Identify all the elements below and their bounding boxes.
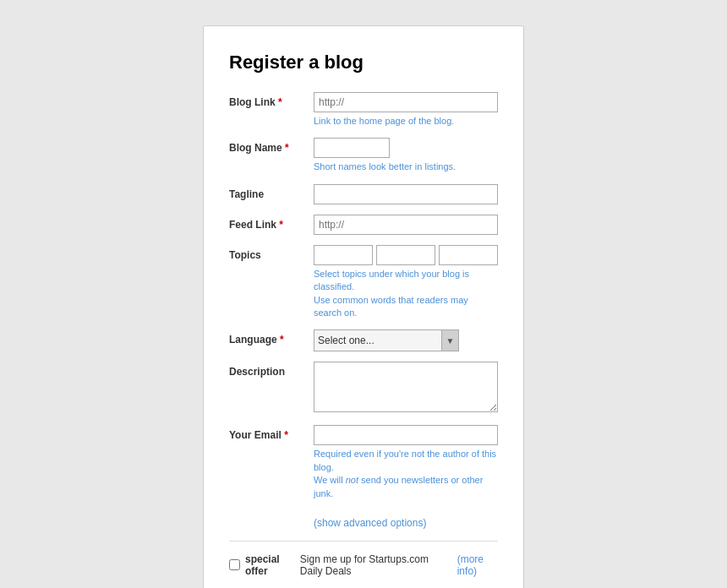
required-star: * [280,334,284,346]
page-title: Register a blog [229,52,498,74]
topics-hint: Select topics under which your blog is c… [314,268,498,320]
feed-link-input[interactable] [314,215,498,235]
special-offer-label: special offer [245,553,295,577]
blog-name-label: Blog Name * [229,138,314,154]
blog-link-hint: Link to the home page of the blog. [314,115,498,128]
advanced-options-link[interactable]: (show advanced options) [314,517,498,529]
blog-link-row: Blog Link * Link to the home page of the… [229,92,498,128]
feed-link-row: Feed Link * [229,215,498,235]
language-wrap: Select one... English Spanish French Ger… [314,329,498,351]
email-hint: Required even if you're not the author o… [314,448,498,500]
topics-wrap: Select topics under which your blog is c… [314,245,498,320]
topic-input-3[interactable] [439,245,498,265]
blog-name-row: Blog Name * Short names look better in l… [229,138,498,173]
special-offer-row: special offer Sign me up for Startups.co… [229,553,498,577]
blog-name-input[interactable] [314,138,390,158]
required-star: * [285,142,289,154]
language-select-wrapper: Select one... English Spanish French Ger… [314,329,459,351]
required-star: * [284,429,288,441]
advanced-row: (show advanced options) [229,510,498,529]
tagline-input[interactable] [314,184,498,204]
blog-link-input[interactable] [314,92,498,112]
special-offer-checkbox[interactable] [229,559,240,570]
register-form-card: Register a blog Blog Link * Link to the … [203,25,524,588]
email-row: Your Email * Required even if you're not… [229,425,498,500]
description-textarea[interactable] [314,362,498,412]
tagline-wrap [314,184,498,204]
divider [229,541,498,542]
email-label: Your Email * [229,425,314,441]
description-row: Description [229,362,498,415]
required-star: * [279,219,283,231]
topic-input-2[interactable] [376,245,435,265]
tagline-row: Tagline [229,184,498,204]
language-row: Language * Select one... English Spanish… [229,329,498,351]
email-input[interactable] [314,425,498,445]
topics-label: Topics [229,245,314,261]
feed-link-wrap [314,215,498,235]
feed-link-label: Feed Link * [229,215,314,231]
topics-inputs [314,245,498,265]
tagline-label: Tagline [229,184,314,200]
email-wrap: Required even if you're not the author o… [314,425,498,500]
blog-link-wrap: Link to the home page of the blog. [314,92,498,128]
topics-row: Topics Select topics under which your bl… [229,245,498,320]
topic-input-1[interactable] [314,245,373,265]
blog-name-wrap: Short names look better in listings. [314,138,498,173]
blog-link-label: Blog Link * [229,92,314,108]
description-label: Description [229,362,314,378]
more-info-link[interactable]: (more info) [457,553,498,577]
description-wrap [314,362,498,415]
required-star: * [278,96,282,108]
language-label: Language * [229,329,314,346]
special-offer-text: Sign me up for Startups.com Daily Deals [300,553,452,577]
chevron-down-icon: ▼ [441,329,458,351]
blog-name-hint: Short names look better in listings. [314,161,498,173]
language-select[interactable]: Select one... English Spanish French Ger… [314,330,441,351]
